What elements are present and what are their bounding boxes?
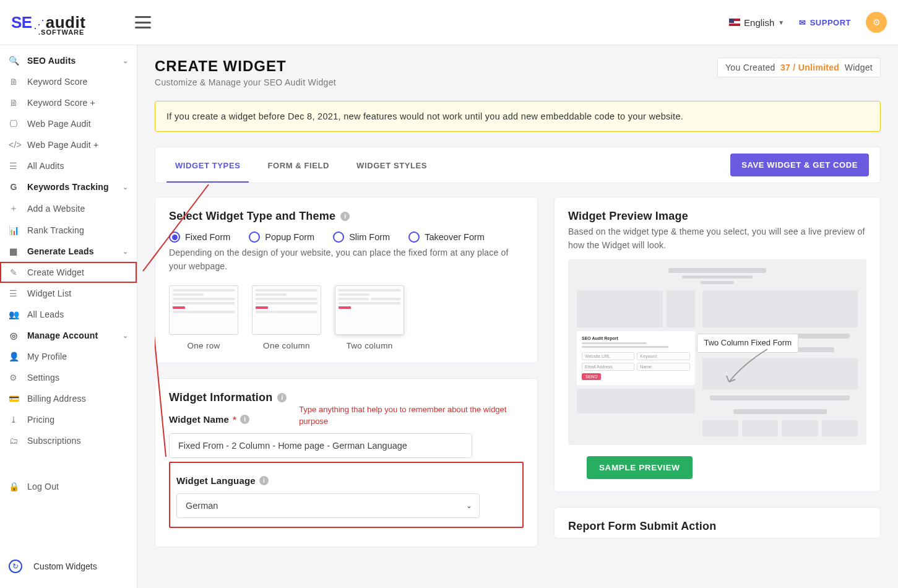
widget-name-input[interactable] <box>169 433 472 458</box>
language-label: English <box>744 17 774 28</box>
sidebar-item-pricing[interactable]: ⤓Pricing <box>0 409 137 430</box>
label-text: Widget Name <box>169 414 229 425</box>
support-label: SUPPORT <box>810 18 851 27</box>
file-icon: 🗎 <box>9 77 19 87</box>
heading-text: Widget Preview Image <box>568 210 688 223</box>
sidebar-item-all-leads[interactable]: 👥All Leads <box>0 304 137 325</box>
form-icon: ▦ <box>9 246 19 256</box>
label: Pricing <box>27 415 54 425</box>
search-icon: 🔍 <box>9 56 19 66</box>
settings-gear-button[interactable]: ⚙ <box>866 12 887 33</box>
label: Billing Address <box>27 394 86 404</box>
sidebar-item-subscriptions[interactable]: 🗂Subscriptions <box>0 430 137 451</box>
label: Fixed Form <box>185 232 230 242</box>
label: Two column <box>335 341 404 350</box>
label: All Audits <box>27 161 64 171</box>
save-widget-button[interactable]: SAVE WIDGET & GET CODE <box>730 153 869 176</box>
info-icon[interactable]: i <box>277 393 287 402</box>
main-content: CREATE WIDGET Customize & Manage your SE… <box>137 45 898 588</box>
info-icon[interactable]: i <box>240 415 249 424</box>
page-title: CREATE WIDGET <box>155 58 336 75</box>
radio-takeover-form[interactable]: Takeover Form <box>408 231 485 243</box>
language-selector[interactable]: English ▼ <box>729 17 784 28</box>
sidebar-section-seo-audits[interactable]: 🔍SEO Audits⌄ <box>0 50 137 71</box>
gear-icon: ⚙ <box>873 17 881 27</box>
theme-thumb-two-column[interactable] <box>335 285 404 335</box>
label: My Profile <box>27 352 67 361</box>
preview-send-button: SEND <box>582 373 601 380</box>
preview-form-title: SEO Audit Report <box>582 336 690 340</box>
sidebar-item-logout[interactable]: 🔒Log Out <box>0 476 137 497</box>
envelope-icon: ✉ <box>799 18 806 27</box>
logo-subtext: .SOFTWARE <box>38 28 84 36</box>
created-count-box: You Created 37 / Unlimited Widget <box>717 58 881 77</box>
label: One row <box>169 341 238 350</box>
label: Popup Form <box>265 232 314 242</box>
radio-popup-form[interactable]: Popup Form <box>249 231 314 243</box>
logo-primary: SE <box>11 13 32 32</box>
theme-thumb-one-column[interactable] <box>252 285 321 335</box>
radio-slim-form[interactable]: Slim Form <box>333 231 390 243</box>
label: Subscriptions <box>27 436 81 446</box>
preview-url-field: Website URL <box>582 352 634 360</box>
sidebar-item-settings[interactable]: ⚙Settings <box>0 367 137 388</box>
label: Keyword Score + <box>27 98 95 108</box>
label: Keyword Score <box>27 77 88 87</box>
tab-widget-types[interactable]: WIDGET TYPES <box>166 147 249 183</box>
menu-toggle-icon[interactable] <box>135 16 151 28</box>
sidebar-item-create-widget[interactable]: ✎Create Widget <box>0 262 137 283</box>
support-link[interactable]: ✉ SUPPORT <box>799 18 851 27</box>
sidebar-item-rank-tracking[interactable]: 📊Rank Tracking <box>0 220 137 241</box>
sidebar-item-keyword-score-plus[interactable]: 🗎Keyword Score + <box>0 92 137 113</box>
preview-form: SEO Audit Report Website URLKeyword Emai… <box>577 331 695 385</box>
widget-type-description: Depending on the design of your website,… <box>169 246 524 273</box>
sidebar-section-generate-leads[interactable]: ▦Generate Leads⌄ <box>0 241 137 262</box>
preview-email-field: Email Address <box>582 363 634 371</box>
gear-icon: ⚙ <box>9 373 19 383</box>
info-icon[interactable]: i <box>259 476 269 485</box>
heading-text: Widget Information <box>169 391 272 404</box>
sidebar-item-custom-widgets[interactable]: ↻ Custom Widgets <box>0 553 137 579</box>
info-icon[interactable]: i <box>340 212 350 221</box>
sidebar-section-manage-account[interactable]: ◎Manage Account⌄ <box>0 325 137 346</box>
label: Add a Website <box>27 204 85 214</box>
chevron-down-icon: ⌄ <box>123 183 128 191</box>
label: SEO Audits <box>27 56 76 66</box>
sidebar-item-add-website[interactable]: ＋Add a Website <box>0 197 137 220</box>
widget-type-card: Select Widget Type and Theme i Fixed For… <box>155 197 538 363</box>
preview-frame: SEO Audit Report Website URLKeyword Emai… <box>568 259 866 445</box>
selected-value: German <box>176 493 480 518</box>
refresh-icon: ↻ <box>9 560 22 573</box>
preview-name-field: Name <box>637 363 689 371</box>
tab-form-field[interactable]: FORM & FIELD <box>259 147 338 183</box>
radio-dot-icon <box>169 231 180 243</box>
plus-icon: ＋ <box>9 203 19 214</box>
sidebar: 🔍SEO Audits⌄ 🗎Keyword Score 🗎Keyword Sco… <box>0 45 137 588</box>
sidebar-item-all-audits[interactable]: ☰All Audits <box>0 155 137 176</box>
tab-widget-styles[interactable]: WIDGET STYLES <box>348 147 436 183</box>
theme-thumb-one-row[interactable] <box>169 285 238 335</box>
flag-us-icon <box>729 19 740 26</box>
file-icon: 🗎 <box>9 98 19 108</box>
edit-icon: ✎ <box>9 267 19 277</box>
widget-information-card: Widget Information i Widget Name* i Type… <box>155 378 538 547</box>
sidebar-item-my-profile[interactable]: 👤My Profile <box>0 346 137 367</box>
heading-text: Select Widget Type and Theme <box>169 210 335 223</box>
widget-preview-card: Widget Preview Image Based on the widget… <box>554 197 881 492</box>
label: Rank Tracking <box>27 225 84 235</box>
preview-arrow-icon <box>724 346 774 389</box>
sidebar-item-keyword-score[interactable]: 🗎Keyword Score <box>0 71 137 92</box>
radio-fixed-form[interactable]: Fixed Form <box>169 231 230 243</box>
chevron-down-icon: ▼ <box>778 19 784 26</box>
sidebar-section-keywords-tracking[interactable]: GKeywords Tracking⌄ <box>0 176 137 197</box>
card-heading: Widget Information i <box>169 391 524 404</box>
widget-language-select[interactable]: German ⌄ <box>176 493 480 518</box>
sidebar-item-web-page-audit-plus[interactable]: </>Web Page Audit + <box>0 134 137 155</box>
sidebar-item-billing[interactable]: 💳Billing Address <box>0 388 137 409</box>
card-icon: 💳 <box>9 394 19 404</box>
sidebar-item-web-page-audit[interactable]: 🖵Web Page Audit <box>0 113 137 134</box>
sidebar-item-widget-list[interactable]: ☰Widget List <box>0 283 137 304</box>
widget-name-hint: Type anything that help you to remember … <box>299 404 524 426</box>
card-heading: Report Form Submit Action <box>568 520 866 533</box>
sample-preview-button[interactable]: SAMPLE PREVIEW <box>587 456 693 479</box>
